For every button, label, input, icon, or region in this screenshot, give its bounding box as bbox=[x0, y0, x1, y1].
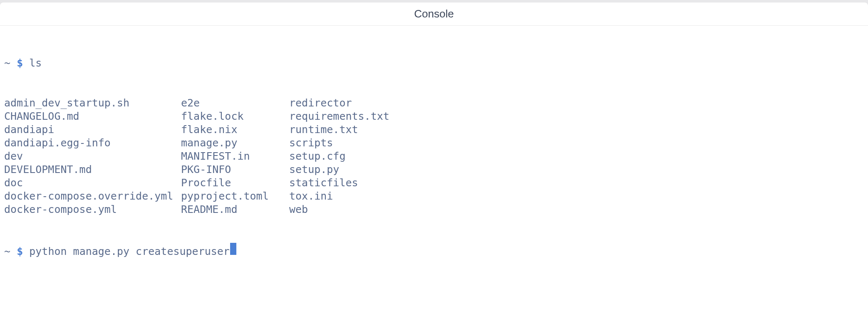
console-window: Console ~ $ ls admin_dev_startup.sh CHAN… bbox=[0, 2, 868, 321]
file-item: web bbox=[289, 203, 389, 216]
ls-column-3: redirector requirements.txt runtime.txt … bbox=[289, 96, 389, 216]
titlebar: Console bbox=[0, 2, 868, 26]
ls-column-1: admin_dev_startup.sh CHANGELOG.md dandia… bbox=[4, 96, 181, 216]
file-item: e2e bbox=[181, 96, 289, 110]
file-item: requirements.txt bbox=[289, 110, 389, 123]
prompt-tilde: ~ bbox=[4, 245, 10, 258]
file-item: docker-compose.yml bbox=[4, 203, 181, 216]
file-item: dev bbox=[4, 150, 181, 163]
file-item: setup.cfg bbox=[289, 150, 389, 163]
file-item: setup.py bbox=[289, 163, 389, 176]
cursor bbox=[230, 243, 236, 255]
file-item: MANIFEST.in bbox=[181, 150, 289, 163]
file-item: pyproject.toml bbox=[181, 190, 289, 203]
file-item: manage.py bbox=[181, 136, 289, 150]
file-item: CHANGELOG.md bbox=[4, 110, 181, 123]
prompt-tilde: ~ bbox=[4, 57, 10, 70]
prompt-dollar: $ bbox=[17, 57, 23, 70]
file-item: dandiapi.egg-info bbox=[4, 136, 181, 150]
prompt-line-1: ~ $ ls bbox=[4, 57, 864, 70]
terminal[interactable]: ~ $ ls admin_dev_startup.sh CHANGELOG.md… bbox=[0, 26, 868, 321]
file-item: staticfiles bbox=[289, 176, 389, 190]
file-item: scripts bbox=[289, 136, 389, 150]
file-item: dandiapi bbox=[4, 123, 181, 136]
prompt-dollar: $ bbox=[17, 245, 23, 258]
window-title: Console bbox=[414, 7, 454, 20]
file-item: README.md bbox=[181, 203, 289, 216]
ls-output: admin_dev_startup.sh CHANGELOG.md dandia… bbox=[4, 96, 864, 216]
prompt-line-2: ~ $ python manage.py createsuperuser bbox=[4, 243, 864, 258]
ls-column-2: e2e flake.lock flake.nix manage.py MANIF… bbox=[181, 96, 289, 216]
file-item: tox.ini bbox=[289, 190, 389, 203]
file-item: admin_dev_startup.sh bbox=[4, 96, 181, 110]
file-item: docker-compose.override.yml bbox=[4, 190, 181, 203]
file-item: PKG-INFO bbox=[181, 163, 289, 176]
file-item: DEVELOPMENT.md bbox=[4, 163, 181, 176]
file-item: redirector bbox=[289, 96, 389, 110]
command-text: ls bbox=[29, 57, 42, 70]
file-item: doc bbox=[4, 176, 181, 190]
file-item: Procfile bbox=[181, 176, 289, 190]
command-text: python manage.py createsuperuser bbox=[29, 245, 230, 258]
file-item: runtime.txt bbox=[289, 123, 389, 136]
file-item: flake.nix bbox=[181, 123, 289, 136]
file-item: flake.lock bbox=[181, 110, 289, 123]
